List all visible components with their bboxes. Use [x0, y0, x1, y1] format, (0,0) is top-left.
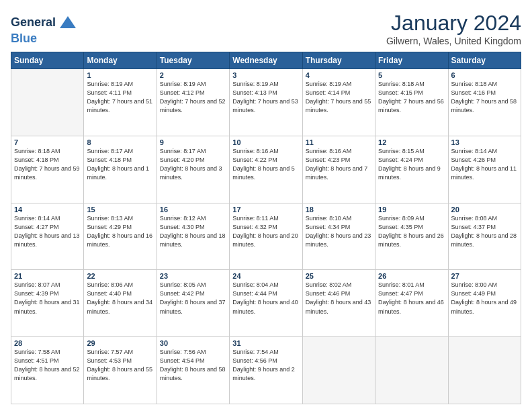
- day-info: Sunrise: 8:04 AMSunset: 4:44 PMDaylight:…: [232, 281, 299, 316]
- calendar-cell: 22Sunrise: 8:06 AMSunset: 4:40 PMDayligh…: [84, 270, 157, 337]
- day-number: 27: [451, 272, 518, 280]
- day-number: 15: [87, 205, 153, 214]
- day-number: 19: [378, 205, 445, 214]
- week-row-3: 21Sunrise: 8:07 AMSunset: 4:39 PMDayligh…: [11, 270, 521, 337]
- calendar-cell: 27Sunrise: 8:00 AMSunset: 4:49 PMDayligh…: [448, 270, 521, 337]
- calendar-table: SundayMondayTuesdayWednesdayThursdayFrid…: [11, 52, 521, 404]
- day-number: 16: [160, 205, 226, 214]
- day-info: Sunrise: 8:18 AMSunset: 4:16 PMDaylight:…: [451, 80, 518, 115]
- week-row-4: 28Sunrise: 7:58 AMSunset: 4:51 PMDayligh…: [11, 337, 521, 404]
- day-info: Sunrise: 8:09 AMSunset: 4:35 PMDaylight:…: [378, 214, 445, 249]
- day-number: 1: [87, 71, 153, 79]
- weekday-sunday: Sunday: [11, 52, 84, 69]
- calendar-cell: 9Sunrise: 8:17 AMSunset: 4:20 PMDaylight…: [157, 136, 229, 203]
- day-number: 17: [232, 205, 299, 214]
- day-number: 4: [306, 71, 372, 79]
- weekday-wednesday: Wednesday: [230, 52, 302, 69]
- calendar-cell: 19Sunrise: 8:09 AMSunset: 4:35 PMDayligh…: [375, 203, 448, 270]
- day-number: 18: [306, 205, 372, 214]
- day-number: 25: [306, 272, 372, 280]
- calendar-cell: 11Sunrise: 8:16 AMSunset: 4:23 PMDayligh…: [302, 136, 375, 203]
- day-number: 5: [378, 71, 445, 79]
- logo: General Blue: [11, 13, 77, 46]
- calendar-cell: 10Sunrise: 8:16 AMSunset: 4:22 PMDayligh…: [230, 136, 302, 203]
- calendar-cell: 18Sunrise: 8:10 AMSunset: 4:34 PMDayligh…: [302, 203, 375, 270]
- week-row-0: 1Sunrise: 8:19 AMSunset: 4:11 PMDaylight…: [11, 69, 521, 136]
- week-row-1: 7Sunrise: 8:18 AMSunset: 4:18 PMDaylight…: [11, 136, 521, 203]
- calendar-cell: 13Sunrise: 8:14 AMSunset: 4:26 PMDayligh…: [448, 136, 521, 203]
- week-row-2: 14Sunrise: 8:14 AMSunset: 4:27 PMDayligh…: [11, 203, 521, 270]
- calendar-cell: [375, 337, 448, 404]
- calendar-cell: 26Sunrise: 8:01 AMSunset: 4:47 PMDayligh…: [375, 270, 448, 337]
- day-info: Sunrise: 8:13 AMSunset: 4:29 PMDaylight:…: [87, 214, 153, 249]
- calendar-cell: 28Sunrise: 7:58 AMSunset: 4:51 PMDayligh…: [11, 337, 84, 404]
- header: General Blue January 2024 Gilwern, Wales…: [11, 11, 521, 46]
- day-number: 8: [87, 138, 153, 146]
- day-info: Sunrise: 8:12 AMSunset: 4:30 PMDaylight:…: [160, 214, 226, 249]
- day-info: Sunrise: 8:00 AMSunset: 4:49 PMDaylight:…: [451, 281, 518, 316]
- calendar-cell: 2Sunrise: 8:19 AMSunset: 4:12 PMDaylight…: [157, 69, 229, 136]
- calendar-cell: 3Sunrise: 8:19 AMSunset: 4:13 PMDaylight…: [230, 69, 302, 136]
- day-info: Sunrise: 8:05 AMSunset: 4:42 PMDaylight:…: [160, 281, 226, 316]
- calendar-cell: 1Sunrise: 8:19 AMSunset: 4:11 PMDaylight…: [84, 69, 157, 136]
- day-info: Sunrise: 8:16 AMSunset: 4:23 PMDaylight:…: [306, 147, 372, 182]
- calendar-cell: 12Sunrise: 8:15 AMSunset: 4:24 PMDayligh…: [375, 136, 448, 203]
- calendar-cell: 24Sunrise: 8:04 AMSunset: 4:44 PMDayligh…: [230, 270, 302, 337]
- calendar-cell: 21Sunrise: 8:07 AMSunset: 4:39 PMDayligh…: [11, 270, 84, 337]
- day-info: Sunrise: 7:57 AMSunset: 4:53 PMDaylight:…: [87, 348, 153, 383]
- day-number: 3: [232, 71, 299, 79]
- day-info: Sunrise: 8:11 AMSunset: 4:32 PMDaylight:…: [232, 214, 299, 249]
- day-info: Sunrise: 8:19 AMSunset: 4:14 PMDaylight:…: [306, 80, 372, 115]
- day-info: Sunrise: 7:54 AMSunset: 4:56 PMDaylight:…: [232, 348, 299, 383]
- calendar-cell: 23Sunrise: 8:05 AMSunset: 4:42 PMDayligh…: [157, 270, 229, 337]
- day-number: 12: [378, 138, 445, 146]
- calendar-cell: [11, 69, 84, 136]
- day-number: 22: [87, 272, 153, 280]
- day-info: Sunrise: 8:19 AMSunset: 4:11 PMDaylight:…: [87, 80, 153, 115]
- weekday-header-row: SundayMondayTuesdayWednesdayThursdayFrid…: [11, 52, 521, 69]
- day-number: 14: [14, 205, 81, 214]
- day-number: 28: [14, 339, 81, 347]
- calendar-subtitle: Gilwern, Wales, United Kingdom: [386, 36, 521, 46]
- day-number: 29: [87, 339, 153, 347]
- weekday-thursday: Thursday: [302, 52, 375, 69]
- day-info: Sunrise: 7:58 AMSunset: 4:51 PMDaylight:…: [14, 348, 81, 383]
- day-number: 31: [232, 339, 299, 347]
- day-number: 26: [378, 272, 445, 280]
- calendar-cell: 4Sunrise: 8:19 AMSunset: 4:14 PMDaylight…: [302, 69, 375, 136]
- calendar-cell: 15Sunrise: 8:13 AMSunset: 4:29 PMDayligh…: [84, 203, 157, 270]
- day-number: 6: [451, 71, 518, 79]
- calendar-cell: 14Sunrise: 8:14 AMSunset: 4:27 PMDayligh…: [11, 203, 84, 270]
- day-number: 2: [160, 71, 226, 79]
- day-number: 21: [14, 272, 81, 280]
- day-info: Sunrise: 8:06 AMSunset: 4:40 PMDaylight:…: [87, 281, 153, 316]
- day-info: Sunrise: 8:08 AMSunset: 4:37 PMDaylight:…: [451, 214, 518, 249]
- day-info: Sunrise: 8:14 AMSunset: 4:27 PMDaylight:…: [14, 214, 81, 249]
- day-info: Sunrise: 8:16 AMSunset: 4:22 PMDaylight:…: [232, 147, 299, 182]
- calendar-cell: 5Sunrise: 8:18 AMSunset: 4:15 PMDaylight…: [375, 69, 448, 136]
- day-info: Sunrise: 8:17 AMSunset: 4:18 PMDaylight:…: [87, 147, 153, 182]
- title-block: January 2024 Gilwern, Wales, United King…: [386, 11, 521, 46]
- calendar-cell: 30Sunrise: 7:56 AMSunset: 4:54 PMDayligh…: [157, 337, 229, 404]
- day-number: 30: [160, 339, 226, 347]
- calendar-cell: 8Sunrise: 8:17 AMSunset: 4:18 PMDaylight…: [84, 136, 157, 203]
- day-info: Sunrise: 8:14 AMSunset: 4:26 PMDaylight:…: [451, 147, 518, 182]
- day-info: Sunrise: 8:10 AMSunset: 4:34 PMDaylight:…: [306, 214, 372, 249]
- day-info: Sunrise: 8:07 AMSunset: 4:39 PMDaylight:…: [14, 281, 81, 316]
- day-info: Sunrise: 8:02 AMSunset: 4:46 PMDaylight:…: [306, 281, 372, 316]
- calendar-cell: 25Sunrise: 8:02 AMSunset: 4:46 PMDayligh…: [302, 270, 375, 337]
- day-info: Sunrise: 8:01 AMSunset: 4:47 PMDaylight:…: [378, 281, 445, 316]
- day-info: Sunrise: 8:18 AMSunset: 4:15 PMDaylight:…: [378, 80, 445, 115]
- day-number: 23: [160, 272, 226, 280]
- day-number: 24: [232, 272, 299, 280]
- day-number: 9: [160, 138, 226, 146]
- day-info: Sunrise: 8:17 AMSunset: 4:20 PMDaylight:…: [160, 147, 226, 182]
- day-number: 20: [451, 205, 518, 214]
- day-info: Sunrise: 8:19 AMSunset: 4:12 PMDaylight:…: [160, 80, 226, 115]
- day-number: 7: [14, 138, 81, 146]
- day-info: Sunrise: 8:15 AMSunset: 4:24 PMDaylight:…: [378, 147, 445, 182]
- weekday-tuesday: Tuesday: [157, 52, 229, 69]
- page: General Blue January 2024 Gilwern, Wales…: [0, 0, 532, 411]
- logo-line1: General: [11, 13, 77, 32]
- weekday-friday: Friday: [375, 52, 448, 69]
